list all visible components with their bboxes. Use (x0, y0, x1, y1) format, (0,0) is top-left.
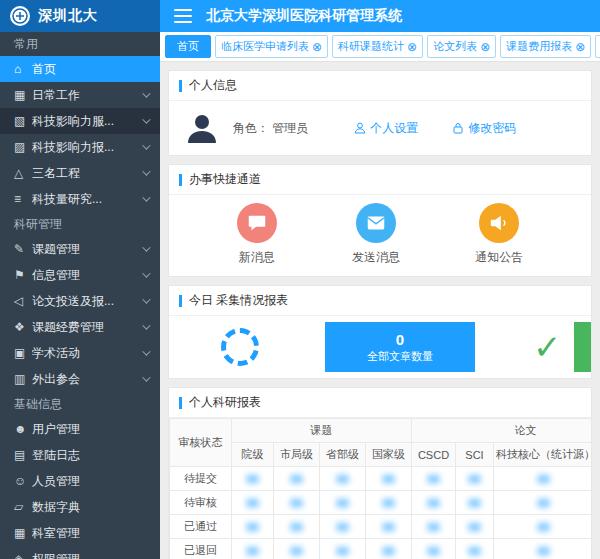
sidebar-item-label: 首页 (32, 61, 56, 78)
table-cell: 88 (320, 539, 366, 559)
table-row: 已通过 88 88 88 88 88 88 88 88 (170, 515, 592, 539)
sidebar-item-home[interactable]: ⌂ 首页 (0, 56, 160, 82)
change-password-link[interactable]: 修改密码 (452, 120, 516, 137)
hospital-logo-icon (10, 6, 30, 26)
table-cell: 88 (274, 539, 320, 559)
table-cell: 88 (366, 467, 412, 491)
tab-label: 课题费用报表 (506, 39, 572, 54)
alert-icon: △ (14, 166, 32, 180)
panel-title: 今日 采集情况报表 (189, 292, 288, 309)
column-header: SCI (456, 443, 494, 467)
panel-header: 办事快捷通道 (169, 165, 591, 195)
sidebar-item-label: 课题经费管理 (32, 319, 104, 336)
sidebar-item-data-dictionary[interactable]: ▱ 数据字典 (0, 494, 160, 520)
main-content: 个人信息 角色： 管理员 个人设置 (160, 62, 600, 559)
hamburger-menu-icon[interactable] (174, 9, 192, 23)
app-title: 北京大学深圳医院科研管理系统 (206, 7, 402, 25)
tab-user-list[interactable]: 用户列表 ⊗ (595, 35, 600, 58)
table-cell: 88 (494, 467, 592, 491)
table-row: 待提交 88 88 88 88 88 88 88 88 (170, 467, 592, 491)
tab-research-project-stats[interactable]: 科研课题统计 ⊗ (332, 35, 423, 58)
sidebar-item-label: 用户管理 (32, 421, 80, 438)
sidebar-item-permission-mgmt[interactable]: ◈ 权限管理 (0, 546, 160, 559)
new-message-shortcut[interactable]: 新消息 (237, 203, 277, 266)
sidebar-section-research-mgmt: 科研管理 (0, 212, 160, 236)
sidebar-item-label: 数据字典 (32, 499, 80, 516)
chevron-down-icon (142, 115, 150, 123)
sidebar-item-academic-activity[interactable]: ▣ 学术活动 (0, 340, 160, 366)
tab-label: 临床医学申请列表 (221, 39, 309, 54)
calendar-icon: ▦ (14, 88, 32, 102)
home-icon: ⌂ (14, 62, 32, 76)
sidebar-item-label: 学术活动 (32, 345, 80, 362)
tab-project-fee-report[interactable]: 课题费用报表 ⊗ (500, 35, 591, 58)
sidebar-item-label: 科技影响力服... (32, 113, 114, 130)
personal-info-panel: 个人信息 角色： 管理员 个人设置 (168, 70, 592, 156)
sidebar-item-paper-submission[interactable]: ◁ 论文投送及报... (0, 288, 160, 314)
table-cell: 88 (412, 467, 456, 491)
travel-icon: ▥ (14, 372, 32, 386)
column-header: 院级 (232, 443, 274, 467)
table-row: 已退回 88 88 88 88 88 88 88 88 (170, 539, 592, 559)
close-icon[interactable]: ⊗ (407, 41, 417, 53)
sidebar-item-tech-research[interactable]: ≡ 科技量研究... (0, 186, 160, 212)
column-header: CSCD (412, 443, 456, 467)
chevron-down-icon (142, 321, 150, 329)
sidebar-item-info-mgmt[interactable]: ⚑ 信息管理 (0, 262, 160, 288)
tab-label: 首页 (177, 39, 199, 54)
chevron-down-icon (142, 295, 150, 303)
article-count-label: 全部文章数量 (367, 349, 433, 364)
sidebar-item-label: 科技量研究... (32, 191, 102, 208)
logo-text: 深圳北大 (38, 7, 98, 25)
table-cell: 88 (232, 491, 274, 515)
group-header-papers: 论文 (412, 419, 592, 443)
panel-header: 个人科研报表 (169, 388, 591, 418)
table-cell: 88 (274, 467, 320, 491)
role-text: 角色： 管理员 (233, 120, 308, 137)
sidebar-item-tech-influence-service[interactable]: ▧ 科技影响力服... (0, 108, 160, 134)
sidebar-item-label: 外出参会 (32, 371, 80, 388)
close-icon[interactable]: ⊗ (312, 41, 322, 53)
chevron-down-icon (142, 193, 150, 201)
people-icon: ☺ (14, 474, 32, 488)
tab-paper-list[interactable]: 论文列表 ⊗ (427, 35, 496, 58)
sidebar-item-user-mgmt[interactable]: ☻ 用户管理 (0, 416, 160, 442)
close-icon[interactable]: ⊗ (480, 41, 490, 53)
close-icon[interactable]: ⊗ (575, 41, 585, 53)
tab-label: 科研课题统计 (338, 39, 404, 54)
article-count-box[interactable]: 0 全部文章数量 (325, 322, 475, 372)
tab-home[interactable]: 首页 (165, 35, 211, 58)
sidebar-item-three-famous-project[interactable]: △ 三名工程 (0, 160, 160, 186)
progress-ring-icon (221, 328, 259, 366)
send-message-shortcut[interactable]: 发送消息 (352, 203, 400, 266)
sidebar-item-label: 登陆日志 (32, 447, 80, 464)
sidebar-item-daily-work[interactable]: ▦ 日常工作 (0, 82, 160, 108)
tab-clinical-application-list[interactable]: 临床医学申请列表 ⊗ (215, 35, 328, 58)
table-cell: 88 (232, 515, 274, 539)
personal-settings-link[interactable]: 个人设置 (354, 120, 418, 137)
accent-bar (179, 174, 182, 186)
article-count: 0 (396, 331, 404, 349)
sidebar-item-login-log[interactable]: ▤ 登陆日志 (0, 442, 160, 468)
row-label: 待审核 (170, 491, 232, 515)
change-password-label: 修改密码 (468, 120, 516, 137)
report-icon: ▨ (14, 140, 32, 154)
table-cell: 88 (456, 539, 494, 559)
sidebar-item-department-mgmt[interactable]: ▦ 科室管理 (0, 520, 160, 546)
top-bar: 深圳北大 北京大学深圳医院科研管理系统 (0, 0, 600, 32)
sidebar-item-personnel-mgmt[interactable]: ☺ 人员管理 (0, 468, 160, 494)
sidebar-section-basic-info: 基础信息 (0, 392, 160, 416)
personal-settings-label: 个人设置 (370, 120, 418, 137)
lock-icon (452, 122, 464, 134)
notice-announcement-shortcut[interactable]: 通知公告 (475, 203, 523, 266)
chat-icon (237, 203, 277, 243)
sidebar-item-outbound-meeting[interactable]: ▥ 外出参会 (0, 366, 160, 392)
sidebar-item-project-mgmt[interactable]: ✎ 课题管理 (0, 236, 160, 262)
accent-bar (179, 80, 182, 92)
sidebar-item-project-funds[interactable]: ❖ 课题经费管理 (0, 314, 160, 340)
sidebar-item-tech-influence-report[interactable]: ▨ 科技影响力报... (0, 134, 160, 160)
table-cell: 88 (456, 491, 494, 515)
department-icon: ▦ (14, 526, 32, 540)
table-cell: 88 (274, 491, 320, 515)
column-header: 国家级 (366, 443, 412, 467)
